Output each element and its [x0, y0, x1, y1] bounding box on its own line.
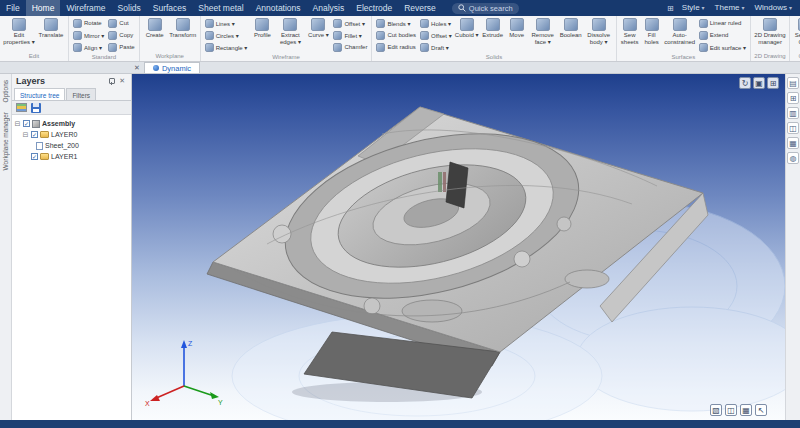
tab-electrode[interactable]: Electrode: [350, 0, 398, 16]
collapse-icon[interactable]: ⊟: [14, 120, 21, 128]
layers-stack-icon[interactable]: [16, 103, 27, 112]
windows-menu[interactable]: Windows▾: [751, 0, 796, 16]
transform-workplane-button[interactable]: Transform: [168, 17, 198, 39]
structure-tree: ⊟ ✓ Assembly ⊟ ✓ LAYER0 Sheet_200: [12, 115, 131, 420]
tab-wireframe[interactable]: Wireframe: [60, 0, 111, 16]
tab-surfaces[interactable]: Surfaces: [147, 0, 193, 16]
extrude-button[interactable]: Extrude: [480, 17, 506, 39]
boolean-icon: [564, 18, 578, 31]
viewport-bottom-toolbar: ▧ ◫ ▦ ↖: [710, 404, 767, 416]
sidebar-tab-workplane-manager[interactable]: Workplane manager: [2, 112, 9, 170]
circles-button[interactable]: Circles ▾: [203, 29, 250, 41]
grid-snap-icon[interactable]: ▦: [740, 404, 752, 416]
edit-radius-button[interactable]: Edit radius: [374, 41, 418, 53]
tab-annotations[interactable]: Annotations: [250, 0, 307, 16]
rectangle-button[interactable]: Rectangle ▾: [203, 41, 250, 53]
offset-wireframe-button[interactable]: Offset ▾: [331, 17, 369, 29]
tab-structure-tree[interactable]: Structure tree: [14, 88, 65, 100]
boolean-button[interactable]: Boolean: [558, 17, 584, 39]
tree-node-layer1[interactable]: ✓ LAYER1: [22, 151, 129, 162]
apps-grid-icon[interactable]: ⊞: [665, 4, 676, 13]
holes-button[interactable]: Holes ▾: [418, 17, 454, 29]
layer1-checkbox[interactable]: ✓: [31, 153, 38, 160]
tab-solids[interactable]: Solids: [112, 0, 147, 16]
layer0-checkbox[interactable]: ✓: [31, 131, 38, 138]
clipboard-panel-icon[interactable]: ◫: [787, 122, 799, 134]
edit-surface-button[interactable]: Edit surface ▾: [697, 41, 748, 53]
extract-edges-button[interactable]: Extract edges ▾: [275, 17, 305, 45]
tab-filters[interactable]: Filters: [66, 88, 96, 100]
cut-button[interactable]: Cut: [106, 17, 136, 29]
view-orientation-icon[interactable]: ▧: [710, 404, 722, 416]
document-tab-label: Dynamic: [162, 64, 191, 73]
collapse-icon[interactable]: ⊟: [22, 131, 29, 139]
shading-mode-icon[interactable]: ◫: [725, 404, 737, 416]
profile-button[interactable]: Profile: [249, 17, 275, 39]
paste-button[interactable]: Paste: [106, 41, 136, 53]
style-menu[interactable]: Style▾: [678, 0, 709, 16]
axis-x-label: X: [145, 400, 150, 407]
tab-home[interactable]: Home: [26, 0, 61, 16]
fillet-button[interactable]: Fillet ▾: [331, 29, 369, 41]
select-cursor-icon[interactable]: ↖: [755, 404, 767, 416]
curve-icon: [311, 18, 325, 31]
dissolve-body-button[interactable]: Dissolve body ▾: [584, 17, 614, 45]
rotate-button[interactable]: Rotate: [71, 17, 106, 29]
2d-drawing-manager-button[interactable]: 2D Drawing manager: [753, 17, 787, 45]
offset-solid-button[interactable]: Offset ▾: [418, 29, 454, 41]
draft-button[interactable]: Draft ▾: [418, 41, 454, 53]
edit-properties-button[interactable]: Edit properties ▾: [2, 17, 36, 45]
cuboid-button[interactable]: Cuboid ▾: [454, 17, 480, 39]
theme-menu[interactable]: Theme▾: [711, 0, 749, 16]
create-workplane-button[interactable]: Create: [142, 17, 168, 39]
draft-icon: [420, 43, 429, 52]
rotate-view-icon[interactable]: ↻: [739, 77, 751, 89]
sew-sheets-icon: [623, 18, 637, 31]
lines-button[interactable]: Lines ▾: [203, 17, 250, 29]
3d-viewport[interactable]: Z X Y ↻ ▣ ⊞ ▧ ◫ ▦ ↖: [132, 74, 785, 420]
powershape-app: File Home Wireframe Solids Surfaces Shee…: [0, 0, 800, 428]
cut-bodies-button[interactable]: Cut bodies: [374, 29, 418, 41]
align-button[interactable]: Align ▾: [71, 41, 106, 53]
move-icon: [510, 18, 524, 31]
send-to-cam-button[interactable]: Send to CAM: [792, 17, 800, 45]
tree-node-label: LAYER0: [51, 131, 77, 138]
remove-face-button[interactable]: Remove face ▾: [528, 17, 558, 45]
close-panel-icon[interactable]: ✕: [117, 77, 127, 85]
move-button[interactable]: Move: [506, 17, 528, 39]
zoom-box-icon[interactable]: ▣: [753, 77, 765, 89]
snap-panel-icon[interactable]: ◍: [787, 152, 799, 164]
fillet-icon: [333, 31, 342, 40]
mirror-button[interactable]: Mirror ▾: [71, 29, 106, 41]
tab-analysis[interactable]: Analysis: [307, 0, 351, 16]
copy-button[interactable]: Copy: [106, 29, 136, 41]
linear-ruled-button[interactable]: Linear ruled: [697, 17, 748, 29]
extend-button[interactable]: Extend: [697, 29, 748, 41]
views-panel-icon[interactable]: ▤: [787, 77, 799, 89]
tree-node-layer0[interactable]: ⊟ ✓ LAYER0: [22, 129, 129, 140]
translate-button[interactable]: Translate: [36, 17, 66, 39]
tab-reverse[interactable]: Reverse: [398, 0, 442, 16]
curve-button[interactable]: Curve ▾: [305, 17, 331, 39]
fit-view-icon[interactable]: ⊞: [767, 77, 779, 89]
tree-node-assembly[interactable]: ⊟ ✓ Assembly: [14, 118, 129, 129]
quick-search[interactable]: Quick search: [452, 3, 519, 14]
auto-constrained-button[interactable]: Auto-constrained: [663, 17, 697, 45]
levels-panel-icon[interactable]: ▥: [787, 107, 799, 119]
pin-panel-icon[interactable]: [108, 78, 115, 85]
sidebar-tab-options[interactable]: Options: [2, 80, 9, 102]
grid-panel-icon[interactable]: ▦: [787, 137, 799, 149]
edit-radius-icon: [376, 43, 385, 52]
sew-sheets-button[interactable]: Sew sheets: [619, 17, 641, 45]
assembly-checkbox[interactable]: ✓: [23, 120, 30, 127]
tab-sheet-metal[interactable]: Sheet metal: [192, 0, 249, 16]
chamfer-button[interactable]: Chamfer: [331, 41, 369, 53]
blends-button[interactable]: Blends ▾: [374, 17, 418, 29]
close-document-icon[interactable]: ✕: [130, 62, 144, 73]
workplane-panel-icon[interactable]: ⊞: [787, 92, 799, 104]
document-tab-dynamic[interactable]: Dynamic: [144, 62, 200, 73]
fill-holes-button[interactable]: Fill holes: [641, 17, 663, 45]
tree-node-sheet-200[interactable]: Sheet_200: [36, 140, 129, 151]
tab-file[interactable]: File: [0, 0, 26, 16]
save-icon[interactable]: [31, 103, 41, 113]
